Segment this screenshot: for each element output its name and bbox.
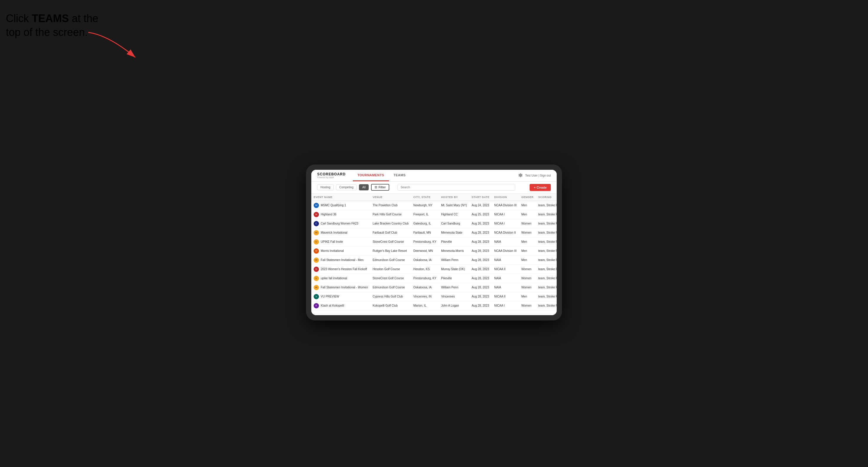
annotation-text: Click TEAMS at thetop of the screen. bbox=[6, 12, 98, 39]
table-row: C Carl Sandburg Women FA23 Lake Bracken … bbox=[311, 219, 557, 228]
cell-start-date: Aug 26, 2023 bbox=[469, 219, 492, 228]
team-logo: U bbox=[314, 276, 319, 281]
cell-start-date: Aug 28, 2023 bbox=[469, 283, 492, 292]
event-name-text: UPIKE Fall Invite bbox=[321, 240, 343, 243]
cell-division: NAIA bbox=[492, 283, 519, 292]
cell-city: Prestonsburg, KY bbox=[411, 237, 439, 246]
cell-start-date: Aug 28, 2023 bbox=[469, 292, 492, 301]
cell-event-name: H Highland 36 bbox=[311, 210, 370, 219]
col-city-state: CITY, STATE bbox=[411, 194, 439, 201]
competing-filter-button[interactable]: Competing bbox=[336, 184, 356, 190]
event-name-text: upike fall invitational bbox=[321, 277, 347, 280]
cell-division: NCAA Division III bbox=[492, 246, 519, 255]
cell-start-date: Aug 25, 2023 bbox=[469, 210, 492, 219]
cell-start-date: Aug 24, 2023 bbox=[469, 201, 492, 210]
cell-city: Vincennes, IN bbox=[411, 292, 439, 301]
table-row: U upike fall invitational StoneCrest Gol… bbox=[311, 274, 557, 283]
app-header: SCOREBOARD Powered by clippit TOURNAMENT… bbox=[311, 170, 557, 182]
tab-tournaments[interactable]: TOURNAMENTS bbox=[353, 170, 389, 181]
cell-venue: Cypress Hills Golf Club bbox=[370, 292, 411, 301]
col-division: DIVISION bbox=[492, 194, 519, 201]
tablet-frame: SCOREBOARD Powered by clippit TOURNAMENT… bbox=[306, 164, 562, 320]
event-name-text: Fall Statesmen Invitational - Women bbox=[321, 286, 368, 289]
cell-hosted-by: William Penn bbox=[439, 255, 469, 264]
table-row: M Morris Invitational Ruttger's Bay Lake… bbox=[311, 246, 557, 255]
cell-scoring: team, Stroke Play bbox=[536, 210, 557, 219]
table-row: W Fall Statesmen Invitational - Women Ed… bbox=[311, 283, 557, 292]
event-name-text: Carl Sandburg Women FA23 bbox=[321, 222, 359, 225]
cell-scoring: team, Stroke Play bbox=[536, 237, 557, 246]
cell-gender: Women bbox=[519, 283, 536, 292]
cell-gender: Women bbox=[519, 301, 536, 310]
tournament-table-container: EVENT NAME VENUE CITY, STATE HOSTED BY S… bbox=[311, 194, 557, 315]
cell-venue: Lake Bracken Country Club bbox=[370, 219, 411, 228]
table-row: V VU PREVIEW Cypress Hills Golf Club Vin… bbox=[311, 292, 557, 301]
tab-teams[interactable]: TEAMS bbox=[389, 170, 410, 181]
cell-hosted-by: Pikeville bbox=[439, 237, 469, 246]
cell-scoring: team, Stroke Play bbox=[536, 292, 557, 301]
cell-scoring: team, Stroke Play bbox=[536, 228, 557, 237]
table-row: M MSMC Qualifying 1 The Powelton Club Ne… bbox=[311, 201, 557, 210]
event-name-text: MSMC Qualifying 1 bbox=[321, 204, 346, 207]
cell-division: NCAA Division II bbox=[492, 228, 519, 237]
cell-city: Deerwood, MN bbox=[411, 246, 439, 255]
col-venue: VENUE bbox=[370, 194, 411, 201]
gear-icon[interactable] bbox=[518, 173, 523, 178]
cell-gender: Men bbox=[519, 201, 536, 210]
team-logo: K bbox=[314, 303, 319, 308]
table-row: U UPIKE Fall Invite StoneCrest Golf Cour… bbox=[311, 237, 557, 246]
cell-gender: Men bbox=[519, 237, 536, 246]
cell-gender: Women bbox=[519, 228, 536, 237]
table-row: W Fall Statesmen Invitational - Men Edmu… bbox=[311, 255, 557, 264]
filter-button[interactable]: ☰ Filter bbox=[371, 184, 389, 191]
cell-scoring: team, Stroke Play bbox=[536, 246, 557, 255]
cell-hosted-by: Murray State (OK) bbox=[439, 264, 469, 274]
cell-venue: Park Hills Golf Course bbox=[370, 210, 411, 219]
toolbar: Hosting Competing All ☰ Filter + Create bbox=[311, 182, 557, 194]
team-logo: H bbox=[314, 212, 319, 217]
cell-division: NICAA I bbox=[492, 301, 519, 310]
cell-division: NAIA bbox=[492, 274, 519, 283]
cell-venue: Edmundson Golf Course bbox=[370, 283, 411, 292]
event-name-text: VU PREVIEW bbox=[321, 295, 339, 298]
cell-start-date: Aug 28, 2023 bbox=[469, 228, 492, 237]
cell-hosted-by: John A Logan bbox=[439, 301, 469, 310]
cell-event-name: M MSMC Qualifying 1 bbox=[311, 201, 370, 210]
team-logo: M bbox=[314, 248, 319, 254]
cell-city: Prestonsburg, KY bbox=[411, 274, 439, 283]
cell-event-name: M Morris Invitational bbox=[311, 246, 370, 255]
table-row: H 2023 Women's Hesston Fall Kickoff Hess… bbox=[311, 264, 557, 274]
cell-scoring: team, Stroke Play bbox=[536, 283, 557, 292]
cell-division: NICAA II bbox=[492, 264, 519, 274]
cell-event-name: C Carl Sandburg Women FA23 bbox=[311, 219, 370, 228]
cell-gender: Men bbox=[519, 255, 536, 264]
col-hosted-by: HOSTED BY bbox=[439, 194, 469, 201]
cell-city: Faribault, MN bbox=[411, 228, 439, 237]
search-input[interactable] bbox=[398, 184, 515, 191]
cell-event-name: U UPIKE Fall Invite bbox=[311, 237, 370, 246]
table-row: H Highland 36 Park Hills Golf Course Fre… bbox=[311, 210, 557, 219]
hosting-filter-button[interactable]: Hosting bbox=[317, 184, 334, 190]
col-gender: GENDER bbox=[519, 194, 536, 201]
cell-venue: Ruttger's Bay Lake Resort bbox=[370, 246, 411, 255]
cell-hosted-by: Vincennes bbox=[439, 292, 469, 301]
cell-venue: StoneCrest Golf Course bbox=[370, 237, 411, 246]
cell-division: NICAA I bbox=[492, 210, 519, 219]
cell-division: NICAA I bbox=[492, 219, 519, 228]
filter-icon: ☰ bbox=[375, 186, 377, 189]
cell-start-date: Aug 28, 2023 bbox=[469, 301, 492, 310]
cell-city: Galesburg, IL bbox=[411, 219, 439, 228]
logo-title: SCOREBOARD bbox=[317, 173, 346, 176]
cell-city: Oskaloosa, IA bbox=[411, 283, 439, 292]
cell-gender: Men bbox=[519, 292, 536, 301]
cell-division: NICAA II bbox=[492, 292, 519, 301]
all-filter-button[interactable]: All bbox=[359, 184, 369, 190]
cell-division: NAIA bbox=[492, 237, 519, 246]
team-logo: M bbox=[314, 203, 319, 208]
team-logo: H bbox=[314, 267, 319, 272]
cell-event-name: H 2023 Women's Hesston Fall Kickoff bbox=[311, 264, 370, 274]
cell-scoring: team, Stroke Play bbox=[536, 301, 557, 310]
cell-venue: The Powelton Club bbox=[370, 201, 411, 210]
create-button[interactable]: + Create bbox=[530, 184, 551, 191]
cell-city: Newburgh, NY bbox=[411, 201, 439, 210]
